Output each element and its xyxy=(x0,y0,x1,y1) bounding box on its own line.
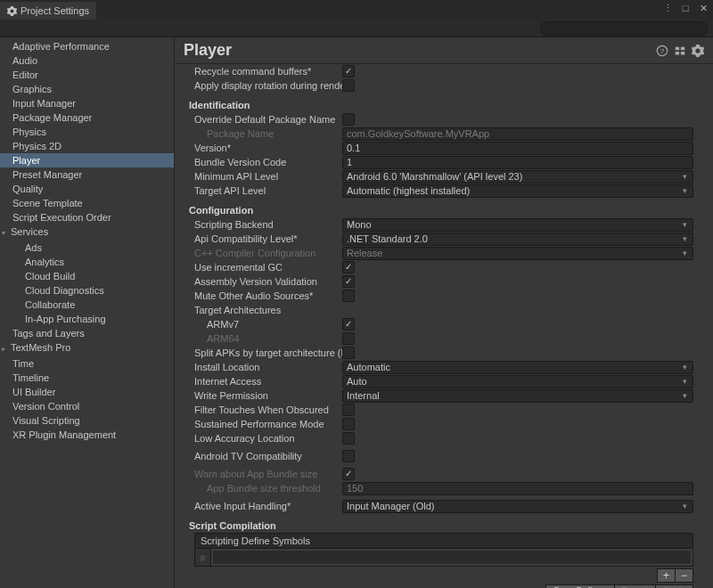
row-active-input-handling-: Active Input Handling*Input Manager (Old… xyxy=(194,499,693,513)
sidebar-item-editor[interactable]: Editor xyxy=(0,68,174,82)
window-controls: ⋮ □ ✕ xyxy=(661,2,709,14)
sidebar-item-xr-plugin-management[interactable]: XR Plugin Management xyxy=(0,428,174,442)
checkbox[interactable] xyxy=(342,418,355,430)
row-override-default-package-name: Override Default Package Name xyxy=(194,112,693,127)
sidebar-item-time[interactable]: Time xyxy=(0,356,174,371)
row-filter-touches-when-obscured: Filter Touches When Obscured xyxy=(194,403,693,417)
sidebar-item-cloud-diagnostics[interactable]: Cloud Diagnostics xyxy=(0,283,174,298)
add-define-button[interactable]: + xyxy=(657,568,676,583)
sidebar-item-quality[interactable]: Quality xyxy=(0,182,174,196)
sidebar-item-collaborate[interactable]: Collaborate xyxy=(0,298,174,312)
dropdown[interactable]: Internal xyxy=(342,389,693,403)
label: C++ Compiler Configuration xyxy=(194,248,342,258)
section-identification: Identification xyxy=(189,100,693,110)
sidebar-item-physics-2d[interactable]: Physics 2D xyxy=(0,139,174,153)
text-input[interactable] xyxy=(342,142,693,155)
content: Player ? Recycle command buffers*Apply d… xyxy=(175,37,713,588)
sidebar-item-in-app-purchasing[interactable]: In-App Purchasing xyxy=(0,312,174,326)
sidebar-item-tags-and-layers[interactable]: Tags and Layers xyxy=(0,326,174,340)
section-configuration: Configuration xyxy=(189,205,693,216)
sidebar-item-adaptive-performance[interactable]: Adaptive Performance xyxy=(0,39,174,53)
sidebar-item-timeline[interactable]: Timeline xyxy=(0,371,174,385)
sidebar-item-visual-scripting[interactable]: Visual Scripting xyxy=(0,413,174,428)
row-assembly-version-validation: Assembly Version Validation xyxy=(194,274,693,289)
sidebar-item-preset-manager[interactable]: Preset Manager xyxy=(0,167,174,182)
checkbox[interactable] xyxy=(342,65,355,78)
row-install-location: Install LocationAutomatic xyxy=(194,360,693,374)
checkbox[interactable] xyxy=(342,275,355,288)
close-icon[interactable]: ✕ xyxy=(697,2,709,14)
help-icon[interactable]: ? xyxy=(656,45,668,57)
sidebar: Adaptive PerformanceAudioEditorGraphicsI… xyxy=(0,37,175,588)
checkbox[interactable] xyxy=(342,347,355,359)
sidebar-item-scene-template[interactable]: Scene Template xyxy=(0,196,174,210)
label: Split APKs by target architecture (Exper… xyxy=(194,347,342,358)
row-c-compiler-configuration: C++ Compiler ConfigurationRelease xyxy=(194,246,693,260)
row-target-api-level: Target API LevelAutomatic (highest insta… xyxy=(194,184,693,198)
drag-handle-icon[interactable]: ≡ xyxy=(195,549,211,566)
dropdown[interactable]: Input Manager (Old) xyxy=(342,500,693,513)
checkbox[interactable] xyxy=(342,404,355,416)
sidebar-item-audio[interactable]: Audio xyxy=(0,53,174,68)
sidebar-item-ads[interactable]: Ads xyxy=(0,241,174,255)
row-arm64: ARM64 xyxy=(194,331,693,346)
remove-define-button[interactable]: − xyxy=(676,568,693,583)
sidebar-item-cloud-build[interactable]: Cloud Build xyxy=(0,269,174,283)
dropdown[interactable]: Automatic (highest installed) xyxy=(342,184,693,198)
checkbox xyxy=(342,468,355,480)
checkbox[interactable] xyxy=(342,450,355,462)
sidebar-item-player[interactable]: Player xyxy=(0,153,174,167)
label: Bundle Version Code xyxy=(194,157,342,167)
maximize-icon[interactable]: □ xyxy=(679,2,692,14)
checkbox[interactable] xyxy=(342,79,355,92)
dropdown: Release xyxy=(342,247,693,260)
gear-icon xyxy=(7,6,17,16)
define-symbol-input[interactable] xyxy=(213,551,691,564)
context-menu-icon[interactable]: ⋮ xyxy=(661,2,674,14)
label: Recycle command buffers* xyxy=(194,66,342,77)
row-write-permission: Write PermissionInternal xyxy=(194,388,693,403)
content-header: Player ? xyxy=(175,37,713,64)
label: Api Compatibility Level* xyxy=(194,233,342,244)
row-armv7: ARMv7 xyxy=(194,317,693,331)
dropdown[interactable]: Auto xyxy=(342,375,693,388)
dropdown[interactable]: Automatic xyxy=(342,361,693,374)
sidebar-item-version-control[interactable]: Version Control xyxy=(0,399,174,413)
checkbox[interactable] xyxy=(342,290,355,302)
checkbox xyxy=(342,332,355,345)
sidebar-item-analytics[interactable]: Analytics xyxy=(0,255,174,269)
label: Override Default Package Name xyxy=(194,114,342,125)
row-low-accuracy-location: Low Accuracy Location xyxy=(194,431,693,445)
presets-icon[interactable] xyxy=(674,45,686,57)
page-title: Player xyxy=(184,41,656,60)
sidebar-item-package-manager[interactable]: Package Manager xyxy=(0,110,174,125)
label: Active Input Handling* xyxy=(194,501,342,511)
checkbox[interactable] xyxy=(342,113,355,126)
text-input[interactable] xyxy=(342,156,693,169)
row-internet-access: Internet AccessAuto xyxy=(194,374,693,388)
copy-defines-button[interactable]: Copy Defines xyxy=(545,584,615,588)
checkbox[interactable] xyxy=(342,432,355,445)
sidebar-item-graphics[interactable]: Graphics xyxy=(0,82,174,96)
checkbox[interactable] xyxy=(342,318,355,331)
dropdown[interactable]: Mono xyxy=(342,218,693,232)
row-recycle-command-buffers-: Recycle command buffers* xyxy=(194,64,693,78)
label: Use incremental GC xyxy=(194,262,342,273)
tab-project-settings[interactable]: Project Settings xyxy=(0,2,96,20)
sidebar-item-input-manager[interactable]: Input Manager xyxy=(0,96,174,110)
checkbox[interactable] xyxy=(342,261,355,274)
sidebar-item-textmesh-pro[interactable]: TextMesh Pro xyxy=(0,340,174,356)
row-api-compatibility-level-: Api Compatibility Level*.NET Standard 2.… xyxy=(194,232,693,246)
sidebar-item-services[interactable]: Services xyxy=(0,225,174,241)
revert-defines-button[interactable]: Revert xyxy=(615,584,656,588)
dropdown[interactable]: Android 6.0 'Marshmallow' (API level 23) xyxy=(342,170,693,184)
settings-gear-icon[interactable] xyxy=(692,45,704,57)
sidebar-item-physics[interactable]: Physics xyxy=(0,125,174,139)
dropdown[interactable]: .NET Standard 2.0 xyxy=(342,233,693,246)
sidebar-item-script-execution-order[interactable]: Script Execution Order xyxy=(0,210,174,225)
row-warn-about-app-bundle-size: Warn about App Bundle size xyxy=(194,467,693,481)
search-input[interactable] xyxy=(540,21,708,36)
apply-defines-button[interactable]: Apply xyxy=(656,584,693,588)
sidebar-item-ui-builder[interactable]: UI Builder xyxy=(0,385,174,399)
label: Internet Access xyxy=(194,376,342,387)
